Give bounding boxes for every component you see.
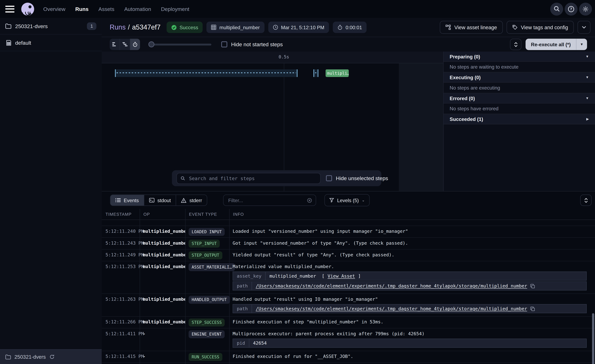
- step-search-input[interactable]: [188, 175, 316, 181]
- log-table-header: TIMESTAMP OP EVENT TYPE INFO: [102, 209, 595, 220]
- chevron-down-icon: [584, 200, 588, 203]
- dagster-logo[interactable]: [21, 2, 34, 15]
- gantt-step-bar-multiplied-number[interactable]: multipli…: [326, 69, 349, 77]
- log-row[interactable]: 5:12:11.253 PMmultiplied_numberASSET_MAT…: [102, 261, 595, 294]
- log-info-cell: Materialized value multiplied_number.ass…: [229, 261, 595, 293]
- reexecute-all-button[interactable]: Re-execute all (*): [526, 39, 576, 50]
- asset-tag-chip[interactable]: multiplied_number: [206, 21, 264, 33]
- menu-icon[interactable]: [5, 6, 14, 12]
- log-filter-input[interactable]: [227, 197, 304, 203]
- log-op: -: [140, 328, 185, 351]
- log-row[interactable]: 5:12:11.266 PMmultiplied_numberSTEP_SUCC…: [102, 317, 595, 328]
- tab-label: stderr: [190, 197, 202, 203]
- expand-gantt-button[interactable]: [510, 39, 522, 50]
- event-type-badge: STEP_INPUT: [189, 240, 220, 248]
- log-info-cell: Finished execution of run for "__ASSET_J…: [229, 351, 595, 363]
- breadcrumb-runs-link[interactable]: Runs: [110, 23, 126, 31]
- log-info-cell: Multiprocess executor: parent process ex…: [229, 328, 595, 351]
- log-filter-box[interactable]: [223, 195, 316, 206]
- gantt-mode-flat-button[interactable]: [110, 39, 120, 50]
- levels-label: Levels (5): [337, 197, 359, 203]
- nav-item-assets[interactable]: Assets: [99, 6, 114, 12]
- step-search-box[interactable]: [177, 173, 321, 184]
- gantt-post-run-region: [399, 63, 443, 191]
- sidebar-item-default-group[interactable]: default: [0, 35, 102, 51]
- sidebar-item-project[interactable]: 250321-dvers 1: [0, 18, 102, 35]
- tab-stderr[interactable]: stderr: [176, 195, 207, 206]
- status-section-header[interactable]: Executing (0)▼: [444, 72, 595, 83]
- event-type-badge: HANDLED_OUTPUT: [189, 296, 230, 304]
- status-section-header[interactable]: Preparing (0)▼: [444, 52, 595, 62]
- view-asset-link[interactable]: View Asset: [328, 273, 355, 279]
- log-info-text: Loaded input "versioned_number" using in…: [233, 229, 587, 234]
- log-timestamp: 5:12:11.415 PM: [102, 351, 140, 363]
- chevron-up-icon: [514, 42, 517, 44]
- tab-label: stdout: [157, 197, 171, 203]
- slider-knob[interactable]: [148, 42, 155, 48]
- slider-track[interactable]: [148, 44, 211, 45]
- status-section-title: Errored (0): [450, 95, 475, 101]
- gantt-waiting-bar-short[interactable]: [313, 69, 319, 77]
- gantt-mode-timed-button[interactable]: [130, 39, 140, 50]
- chevron-up-icon: [584, 198, 588, 200]
- status-section-message: No steps are executing: [444, 83, 595, 93]
- run-actions-menu-button[interactable]: [577, 21, 590, 34]
- funnel-icon: [330, 198, 334, 203]
- gantt-waiting-bar[interactable]: [115, 69, 298, 77]
- search-button[interactable]: [550, 2, 563, 15]
- gantt-zoom-slider[interactable]: [148, 42, 211, 48]
- log-row-partial[interactable]: [102, 223, 595, 226]
- hide-unselected-checkbox[interactable]: [326, 175, 332, 181]
- nav-item-runs[interactable]: Runs: [75, 6, 88, 12]
- tab-stdout[interactable]: stdout: [144, 195, 176, 206]
- metadata-value-text[interactable]: /Users/smackesey/stm/code/elementl/exper…: [256, 283, 527, 288]
- expand-logs-button[interactable]: [580, 195, 592, 206]
- nav-item-deployment[interactable]: Deployment: [161, 6, 189, 12]
- log-row[interactable]: 5:12:11.249 PMmultiplied_numberSTEP_OUTP…: [102, 250, 595, 261]
- waterfall-icon: [122, 42, 128, 47]
- sidebar: 250321-dvers 1 default 250321-dvers: [0, 18, 102, 364]
- nav-item-automation[interactable]: Automation: [124, 6, 151, 12]
- tag-icon: [512, 25, 517, 30]
- nav-item-overview[interactable]: Overview: [43, 6, 65, 12]
- reexecute-menu-button[interactable]: ▼: [576, 39, 587, 50]
- status-section-title: Preparing (0): [450, 54, 480, 59]
- log-row[interactable]: 5:12:11.415 PM-RUN_SUCCESSFinished execu…: [102, 351, 595, 363]
- log-row[interactable]: 5:12:11.240 PMmultiplied_numberLOADED_IN…: [102, 226, 595, 238]
- sidebar-footer[interactable]: 250321-dvers: [0, 349, 102, 364]
- log-row[interactable]: 5:12:11.411 PM-ENGINE_EVENTMultiprocess …: [102, 328, 595, 351]
- hide-not-started-checkbox[interactable]: [221, 42, 227, 48]
- log-timestamp: 5:12:11.253 PM: [102, 261, 140, 293]
- log-op: multiplied_number: [140, 238, 185, 249]
- truncated-badge: [189, 233, 218, 236]
- log-row[interactable]: 5:12:11.263 PMmultiplied_numberHANDLED_O…: [102, 294, 595, 317]
- log-row[interactable]: 5:12:11.243 PMmultiplied_numberSTEP_INPU…: [102, 238, 595, 250]
- help-icon: ?: [568, 6, 574, 12]
- copy-icon[interactable]: [530, 306, 535, 311]
- status-section-header[interactable]: Errored (0)▼: [444, 93, 595, 104]
- run-header: Runs / a5347ef7 Success multiplied_numbe…: [102, 18, 595, 37]
- copy-icon[interactable]: [530, 283, 535, 288]
- caret-down-icon: ▼: [586, 96, 589, 100]
- log-table: TIMESTAMP OP EVENT TYPE INFO 5:12:11.240…: [102, 209, 595, 364]
- status-badge: Success: [167, 21, 203, 33]
- log-scrollbar[interactable]: [592, 313, 594, 364]
- folder-icon: [5, 354, 11, 359]
- sidebar-group-label: default: [15, 40, 31, 46]
- view-asset-lineage-button[interactable]: View asset lineage: [440, 21, 503, 34]
- start-time-chip: Mar 21, 5:12:10 PM: [268, 21, 329, 33]
- gantt-mode-waterfall-button[interactable]: [120, 39, 130, 50]
- metadata-value-text[interactable]: /Users/smackesey/stm/code/elementl/exper…: [256, 306, 527, 311]
- clear-filter-icon[interactable]: [307, 197, 312, 203]
- tab-events[interactable]: Events: [110, 195, 144, 206]
- help-button[interactable]: ?: [565, 2, 578, 15]
- events-list-icon: [115, 198, 121, 203]
- log-info-cell: Loaded input "versioned_number" using in…: [229, 226, 595, 238]
- view-tags-config-label: View tags and config: [521, 25, 568, 30]
- status-section-header[interactable]: Succeeded (1)▶: [444, 114, 595, 125]
- settings-button[interactable]: [579, 2, 592, 15]
- levels-filter-button[interactable]: Levels (5) ⌄: [325, 194, 369, 206]
- logo-eye: [28, 5, 31, 8]
- log-row[interactable]: 5:12:11.426 PM-ENGINE_EVENTProcess for r…: [102, 363, 595, 364]
- view-tags-config-button[interactable]: View tags and config: [507, 21, 574, 34]
